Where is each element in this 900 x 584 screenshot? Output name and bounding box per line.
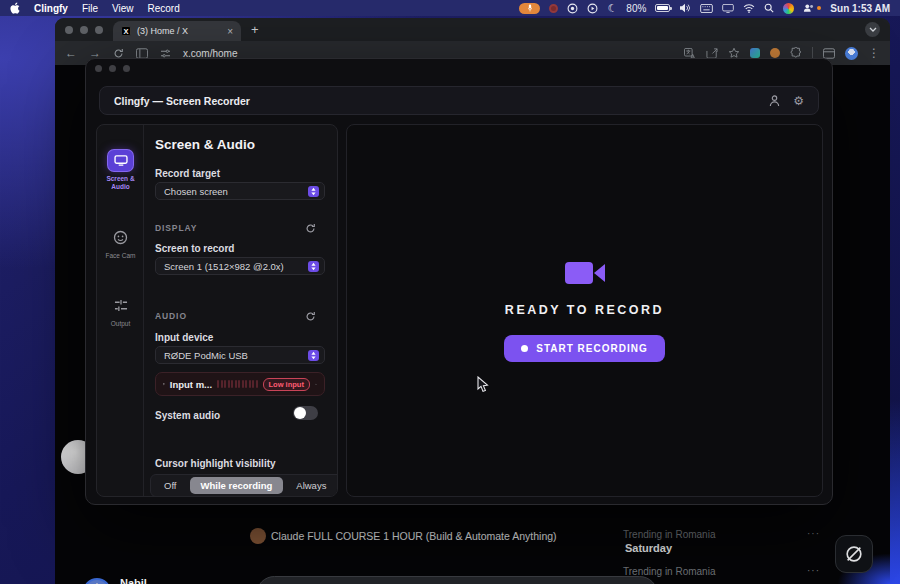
start-recording-button[interactable]: START RECORDING: [504, 335, 664, 362]
url-text[interactable]: x.com/home: [183, 48, 237, 59]
face-cam-icon: [108, 227, 133, 248]
account-name: Nabil: [120, 577, 147, 584]
tab-title: (3) Home / X: [137, 26, 188, 36]
tab-groups-icon[interactable]: [823, 48, 835, 59]
record-target-select[interactable]: Chosen screen: [155, 182, 325, 200]
sidebar-item-output[interactable]: Output: [97, 295, 144, 328]
menubar-app-name[interactable]: Clingfy: [34, 3, 68, 14]
display-section-label: DISPLAY: [155, 223, 197, 233]
account-more-icon[interactable]: ···: [213, 579, 227, 584]
new-tab-icon[interactable]: +: [251, 22, 259, 37]
post-author-avatar[interactable]: [250, 528, 266, 544]
mic-icon: [163, 379, 165, 389]
input-meter-row[interactable]: Input m... Low input: [155, 372, 325, 396]
back-icon[interactable]: ←: [65, 46, 77, 60]
panel-heading: Screen & Audio: [155, 137, 255, 152]
mic-active-indicator[interactable]: [519, 3, 540, 14]
battery-icon: [655, 4, 670, 12]
output-sliders-icon: [108, 295, 133, 316]
browser-profile-avatar[interactable]: [845, 47, 858, 60]
input-device-select[interactable]: RØDE PodMic USB: [155, 346, 325, 364]
keyboard-icon[interactable]: [700, 4, 713, 13]
browser-traffic-lights[interactable]: [65, 26, 103, 34]
settings-panel: Screen & Audio Record target Chosen scre…: [147, 125, 332, 496]
ready-status: READY TO RECORD: [505, 303, 664, 317]
sidebar-item-screen-audio[interactable]: Screen & Audio: [97, 150, 144, 192]
settings-card: Screen & Audio Face Cam Output Screen & …: [96, 124, 338, 497]
save-share-icon[interactable]: [706, 48, 718, 59]
color-profile-icon[interactable]: [783, 3, 794, 14]
battery-percent: 80%: [626, 3, 646, 14]
menu-record[interactable]: Record: [148, 3, 180, 14]
account-header-icon[interactable]: [769, 95, 780, 107]
browser-menu-icon[interactable]: ⋮: [868, 46, 880, 60]
cursor-highlight-segmented: Off While recording Always: [150, 474, 338, 497]
tab-close-icon[interactable]: ×: [227, 26, 233, 37]
segment-off[interactable]: Off: [153, 477, 188, 494]
select-stepper-icon: [308, 350, 319, 361]
extension-blue-icon[interactable]: [750, 48, 760, 58]
low-input-badge: Low input: [263, 378, 310, 391]
screen-to-record-label: Screen to record: [155, 243, 234, 254]
wifi-icon[interactable]: [743, 4, 755, 13]
app-header: Clingfy — Screen Recorder ⚙: [99, 86, 819, 115]
volume-icon[interactable]: [679, 3, 691, 13]
post-title[interactable]: Claude FULL COURSE 1 HOUR (Build & Autom…: [271, 530, 557, 542]
site-settings-icon[interactable]: [160, 49, 171, 58]
screen-select[interactable]: Screen 1 (1512×982 @2.0x): [155, 257, 325, 275]
reload-icon[interactable]: [113, 48, 124, 59]
input-device-label: Input device: [155, 332, 213, 343]
record-target-label: Record target: [155, 168, 220, 179]
fast-user-switch-icon[interactable]: [803, 3, 821, 13]
browser-tab[interactable]: X (3) Home / X ×: [113, 21, 241, 41]
spotlight-search-icon[interactable]: [764, 3, 774, 13]
display-refresh-icon[interactable]: [305, 220, 316, 238]
audio-section-label: AUDIO: [155, 311, 187, 321]
trending-topic-1[interactable]: Saturday: [625, 542, 672, 554]
display-menu-icon[interactable]: [722, 4, 734, 13]
translate-icon[interactable]: [684, 48, 696, 59]
segment-while-recording[interactable]: While recording: [190, 477, 284, 494]
grok-button[interactable]: [835, 535, 873, 573]
sidebar-toggle-icon[interactable]: [136, 48, 148, 59]
notification-dot: [817, 6, 821, 10]
app-traffic-lights[interactable]: [95, 65, 130, 72]
record-menu-icon[interactable]: [567, 3, 578, 14]
apple-menu-icon[interactable]: [10, 2, 20, 14]
macos-menubar: Clingfy File View Record ☾ 80%: [0, 0, 900, 16]
capture-toolbar: × Display Window Area Camera Mic: [256, 576, 658, 584]
mouse-cursor: [477, 376, 489, 393]
level-meter: [217, 380, 258, 388]
system-audio-label: System audio: [155, 410, 220, 421]
browser-tabstrip: X (3) Home / X × +: [55, 18, 890, 41]
sidebar-item-face-cam[interactable]: Face Cam: [97, 227, 144, 260]
settings-gear-icon[interactable]: ⚙: [793, 94, 804, 108]
input-meter-label: Input m...: [170, 379, 212, 390]
record-dot-icon: [521, 345, 528, 352]
system-audio-toggle[interactable]: [293, 406, 318, 420]
app-title: Clingfy — Screen Recorder: [114, 95, 250, 107]
extension-orange-icon[interactable]: [770, 48, 780, 58]
screen-recording-indicator-icon[interactable]: [549, 4, 558, 13]
trending-context-1: Trending in Romania: [623, 529, 715, 540]
preview-stage: READY TO RECORD START RECORDING: [346, 124, 823, 497]
video-camera-icon: [563, 259, 607, 287]
clingfy-app-window: Clingfy — Screen Recorder ⚙ Screen & Aud…: [85, 58, 833, 505]
chevron-down-icon: [315, 382, 317, 387]
audio-refresh-icon[interactable]: [305, 308, 316, 326]
menu-view[interactable]: View: [112, 3, 134, 14]
cursor-highlight-label: Cursor highlight visibility: [155, 458, 276, 469]
segment-always[interactable]: Always: [285, 477, 337, 494]
menu-file[interactable]: File: [82, 3, 98, 14]
x-favicon: X: [121, 26, 131, 36]
app-sidebar: Screen & Audio Face Cam Output: [97, 125, 144, 496]
menubar-clock[interactable]: Sun 1:53 AM: [830, 3, 890, 14]
trending-more-1[interactable]: ···: [807, 528, 820, 539]
do-not-disturb-icon[interactable]: ☾: [607, 2, 617, 15]
trending-more-2[interactable]: ···: [807, 565, 820, 576]
play-menu-icon[interactable]: [587, 3, 598, 14]
select-stepper-icon: [308, 261, 319, 272]
tab-search-chevron-icon[interactable]: [865, 22, 880, 37]
select-stepper-icon: [308, 186, 319, 197]
account-avatar[interactable]: [83, 578, 111, 584]
